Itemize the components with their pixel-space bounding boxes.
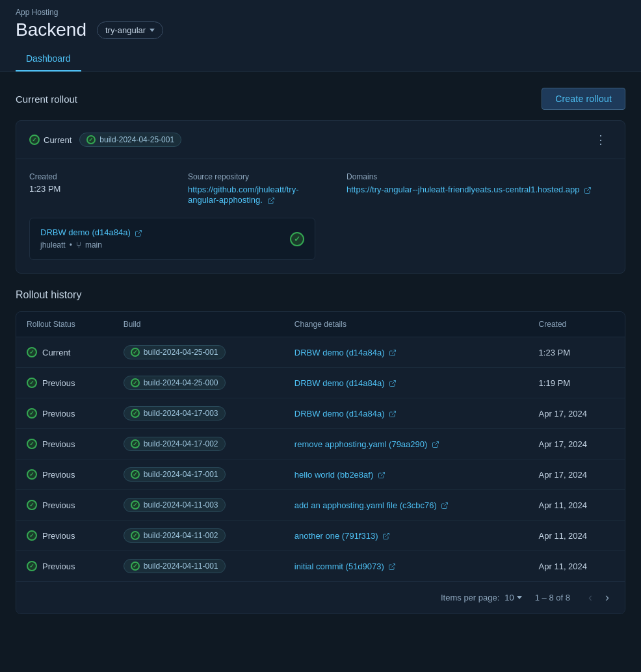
change-details-link[interactable]: remove apphosting.yaml (79aa290) — [294, 439, 439, 449]
backend-selector[interactable]: try-angular — [97, 21, 163, 39]
source-repo-label: Source repository — [188, 172, 320, 181]
commit-external-link-icon — [135, 229, 142, 237]
row-build-badge: build-2024-04-17-001 — [124, 467, 226, 482]
per-page-selector[interactable]: 10 — [504, 593, 521, 602]
row-status: Previous — [42, 378, 75, 388]
row-build-text: build-2024-04-17-002 — [144, 439, 218, 448]
change-details-link[interactable]: DRBW demo (d14a84a) — [294, 348, 397, 357]
status-cell: Previous — [16, 551, 113, 582]
change-external-link-icon — [389, 410, 397, 418]
row-build-check-icon — [131, 378, 140, 387]
row-build-check-icon — [131, 562, 140, 571]
status-cell: Previous — [16, 521, 113, 551]
more-options-button[interactable]: ⋮ — [590, 130, 612, 149]
change-details-link[interactable]: initial commit (51d9073) — [294, 562, 397, 571]
created-cell: Apr 11, 2024 — [529, 551, 625, 582]
row-status: Previous — [42, 409, 75, 419]
source-repo-link[interactable]: https://github.com/jhuleatt/try-angular-… — [188, 185, 299, 205]
row-build-badge: build-2024-04-11-001 — [124, 559, 226, 573]
row-build-text: build-2024-04-11-001 — [144, 562, 218, 571]
commit-author: jhuleatt — [40, 240, 66, 250]
change-details-cell: add an apphosting.yaml file (c3cbc76) — [284, 490, 529, 521]
table-header-row: Rollout Status Build Change details Crea… — [16, 312, 625, 337]
row-check-icon — [27, 500, 37, 510]
change-details-link[interactable]: DRBW demo (d14a84a) — [294, 378, 397, 388]
change-details-cell: DRBW demo (d14a84a) — [284, 337, 529, 368]
created-value: 1:23 PM — [29, 184, 162, 194]
rollout-history-table-wrapper: Rollout Status Build Change details Crea… — [16, 311, 625, 614]
create-rollout-button[interactable]: Create rollout — [542, 88, 625, 110]
row-check-icon — [27, 408, 37, 419]
svg-line-8 — [444, 503, 448, 507]
svg-line-3 — [392, 350, 396, 354]
row-build-check-icon — [131, 500, 140, 510]
backend-value: try-angular — [105, 25, 146, 35]
row-status: Previous — [42, 470, 75, 480]
created-cell: 1:19 PM — [529, 368, 625, 398]
row-check-icon — [27, 439, 37, 449]
tab-dashboard[interactable]: Dashboard — [16, 47, 81, 71]
chevron-down-icon — [150, 29, 155, 32]
status-cell: Previous — [16, 459, 113, 490]
row-check-icon — [27, 561, 37, 571]
tabs: Dashboard — [16, 47, 625, 71]
change-details-link[interactable]: DRBW demo (d14a84a) — [294, 409, 397, 419]
title-row: Backend try-angular — [16, 19, 625, 40]
change-details-link[interactable]: another one (791f313) — [294, 531, 390, 541]
change-details-link[interactable]: add an apphosting.yaml file (c3cbc76) — [294, 500, 449, 510]
page-title: Backend — [16, 19, 86, 40]
row-status: Previous — [42, 439, 75, 449]
build-cell: build-2024-04-11-003 — [113, 490, 284, 521]
created-meta: Created 1:23 PM — [29, 172, 162, 205]
domains-link[interactable]: https://try-angular--jhuleatt-friendlyea… — [347, 185, 592, 194]
status-cell: Previous — [16, 429, 113, 459]
green-check-icon — [29, 135, 40, 145]
domain-external-link-icon — [584, 187, 592, 194]
build-cell: build-2024-04-17-002 — [113, 429, 284, 459]
row-build-text: build-2024-04-17-001 — [144, 470, 218, 479]
table-row: Previous build-2024-04-17-003 DRBW demo … — [16, 398, 625, 429]
items-per-page: Items per page: 10 — [441, 593, 522, 602]
row-check-icon — [27, 378, 37, 388]
next-page-button[interactable]: › — [600, 589, 614, 606]
change-details-cell: DRBW demo (d14a84a) — [284, 368, 529, 398]
row-build-badge: build-2024-04-25-001 — [124, 345, 226, 359]
row-build-check-icon — [131, 348, 140, 357]
created-label: Created — [29, 172, 162, 181]
app-hosting-label: App Hosting — [16, 8, 625, 17]
row-build-check-icon — [131, 470, 140, 479]
commit-box: DRBW demo (d14a84a) jhuleatt • ⑂ main — [29, 218, 315, 260]
svg-line-7 — [381, 472, 385, 476]
row-build-badge: build-2024-04-11-002 — [124, 528, 226, 543]
change-external-link-icon — [389, 349, 397, 357]
created-cell: Apr 17, 2024 — [529, 398, 625, 429]
current-rollout-header: Current rollout Create rollout — [16, 88, 625, 110]
per-page-value: 10 — [504, 593, 514, 602]
pagination-row: Items per page: 10 1 – 8 of 8 ‹ › — [16, 581, 625, 614]
row-status: Previous — [42, 500, 75, 510]
current-rollout-title: Current rollout — [16, 94, 77, 105]
change-details-link[interactable]: hello world (bb2e8af) — [294, 470, 386, 480]
build-cell: build-2024-04-11-001 — [113, 551, 284, 582]
domains-meta: Domains https://try-angular--jhuleatt-fr… — [347, 172, 612, 205]
top-bar: App Hosting Backend try-angular Dashboar… — [0, 0, 641, 72]
status-cell: Previous — [16, 398, 113, 429]
row-build-check-icon — [131, 409, 140, 418]
row-build-badge: build-2024-04-17-002 — [124, 437, 226, 451]
table-row: Previous build-2024-04-25-000 DRBW demo … — [16, 368, 625, 398]
change-external-link-icon — [441, 502, 449, 510]
svg-line-10 — [391, 564, 395, 568]
col-build: Build — [113, 312, 284, 337]
build-cell: build-2024-04-11-002 — [113, 521, 284, 551]
svg-line-9 — [386, 534, 389, 537]
commit-link[interactable]: DRBW demo (d14a84a) — [40, 227, 142, 237]
rollout-history-title: Rollout history — [16, 289, 625, 301]
domains-label: Domains — [347, 172, 612, 181]
row-status: Previous — [42, 531, 75, 541]
prev-page-button[interactable]: ‹ — [583, 589, 597, 606]
svg-line-0 — [270, 198, 274, 201]
change-external-link-icon — [389, 380, 397, 387]
row-check-icon — [27, 530, 37, 541]
status-cell: Current — [16, 337, 113, 368]
current-status-badge: Current — [29, 135, 72, 145]
